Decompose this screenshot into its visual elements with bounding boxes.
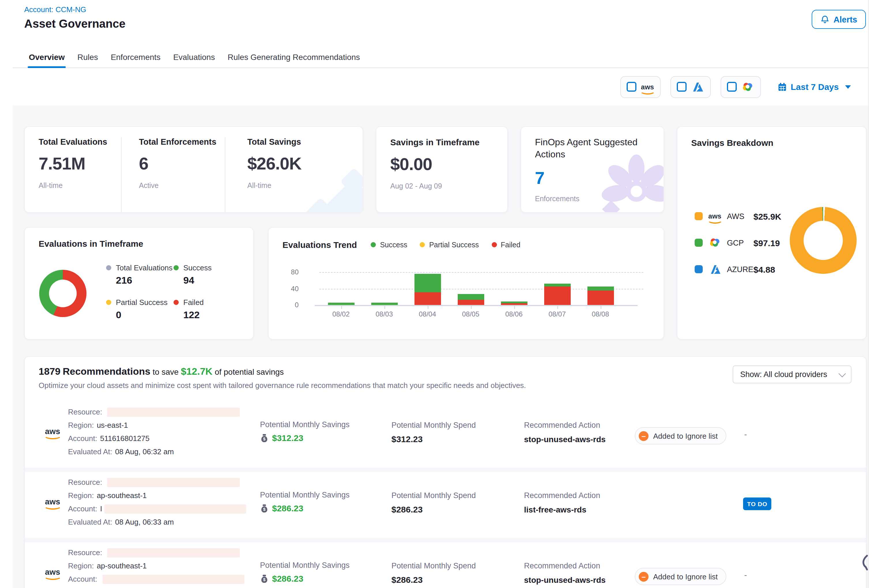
x-axis-labels: 08/0208/0308/0408/0508/0608/0708/08 (320, 310, 622, 318)
x-axis-label: 08/02 (320, 310, 363, 318)
evaluations-timeframe-card: Evaluations in Timeframe Total Evaluatio… (24, 227, 254, 339)
legend-item-total: Total Evaluations 216 (106, 264, 174, 286)
evaluated-label: Evaluated At: (68, 518, 112, 526)
tab-evaluations[interactable]: Evaluations (167, 46, 221, 68)
recommendation-row[interactable]: aws Resource: Region:ap-southeast-1 Acco… (25, 543, 866, 588)
evaluated-value: 08 Aug, 06:32 am (115, 447, 174, 456)
account-label: Account: (68, 434, 97, 443)
potential-monthly-savings: Potential Monthly Savings $ $286.23 (260, 561, 350, 584)
redacted-account (104, 504, 246, 513)
added-to-ignore-list-pill[interactable]: – Added to Ignore list (635, 427, 726, 444)
legend-item-failed: Failed 122 (174, 298, 241, 321)
added-to-ignore-list-pill[interactable]: – Added to Ignore list (635, 568, 726, 585)
legend-value: 94 (183, 275, 241, 286)
bar-segment-success (458, 294, 484, 300)
total-enforcements-stat: Total Enforcements 6 Active (122, 137, 225, 212)
bell-icon (820, 15, 830, 24)
stat-title: Total Savings (247, 137, 363, 146)
recommendations-header: 1879 Recommendations to save $12.7K of p… (25, 357, 866, 402)
gcp-checkbox[interactable] (727, 82, 737, 92)
column-header: Potential Monthly Spend (392, 561, 476, 570)
trend-bar-group (492, 257, 536, 305)
savings-value: $286.23 (272, 503, 303, 513)
partial-dot (420, 242, 425, 247)
recommended-action: Recommended Action stop-unused-aws-rds (524, 561, 606, 585)
stat-title: Total Evaluations (39, 137, 121, 146)
savings-value: $312.23 (272, 433, 303, 443)
card-title: Evaluations in Timeframe (39, 238, 253, 249)
cloud-provider-filter-select[interactable]: Show: All cloud providers (733, 366, 852, 383)
region-label: Region: (68, 491, 94, 500)
evaluated-value: 08 Aug, 06:33 am (115, 518, 174, 526)
tab-rules-generating-recommendations[interactable]: Rules Generating Recommendations (221, 46, 366, 68)
gcp-swatch (694, 238, 703, 247)
recommendation-row[interactable]: aws Resource: Region:ap-southeast-1 Acco… (25, 472, 866, 538)
stat-value: $0.00 (390, 154, 507, 174)
column-header: Recommended Action (524, 491, 600, 500)
recommended-action: Recommended Action stop-unused-aws-rds (524, 421, 606, 444)
aws-logo-icon: aws (641, 83, 654, 90)
y-axis-tick-80: 80 (279, 268, 298, 276)
potential-monthly-spend: Potential Monthly Spend $312.23 (392, 421, 476, 444)
trend-bar-group (363, 257, 406, 305)
trend-bar-group (406, 257, 449, 305)
legend-label: Failed (183, 298, 204, 307)
gcp-filter-chip[interactable] (720, 76, 760, 98)
legend-label: AWS (727, 212, 753, 220)
recommendation-row[interactable]: aws Resource: Region:us-east-1 Account:5… (25, 402, 866, 468)
trailing-dash: - (744, 429, 747, 439)
recommendations-count: 1879 (39, 366, 60, 377)
azure-logo-icon (709, 263, 721, 275)
bar-segment-failed (414, 292, 441, 305)
aws-filter-chip[interactable]: aws (620, 76, 660, 98)
edge-widget-partial-icon[interactable] (861, 555, 869, 576)
svg-text:$: $ (263, 577, 266, 582)
caret-down-icon (845, 85, 851, 88)
tab-rules[interactable]: Rules (71, 46, 105, 68)
legend-item-failed: Failed (492, 241, 520, 249)
legend-label: Partial Success (429, 241, 479, 249)
row-separator (25, 538, 866, 543)
potential-monthly-savings: Potential Monthly Savings $ $312.23 (260, 420, 350, 443)
bar-segment-success (371, 303, 398, 305)
account-breadcrumb[interactable]: Account: CCM-NG (24, 5, 86, 14)
stat-title: Total Enforcements (139, 137, 225, 146)
account-value: I (100, 504, 102, 513)
finops-agent-card: FinOps Agent Suggested Actions 7 Enforce… (520, 126, 664, 213)
aws-checkbox[interactable] (627, 82, 636, 92)
failed-dot (174, 300, 179, 305)
evaluations-legend: Total Evaluations 216 Success 94 Partial… (106, 264, 241, 321)
legend-value: $4.88 (753, 264, 775, 274)
bar-segment-failed (544, 286, 570, 305)
stat-value: $26.0K (247, 154, 363, 174)
recommendations-subtitle: Optimize your cloud assets and minimize … (39, 381, 526, 390)
chevron-down-icon (838, 370, 846, 377)
bar-segment-success (328, 303, 354, 305)
top-bar: Account: CCM-NG Asset Governance Alerts (13, 0, 868, 46)
total-evaluations-stat: Total Evaluations 7.51M All-time (25, 137, 122, 212)
card-title: Savings in Timeframe (390, 137, 507, 147)
redacted-resource (108, 407, 240, 417)
alerts-button[interactable]: Alerts (812, 10, 866, 29)
card-title: Savings Breakdown (691, 138, 866, 148)
azure-filter-chip[interactable] (670, 76, 711, 98)
overview-content: Total Evaluations 7.51M All-time Total E… (13, 105, 868, 588)
main-panel: Account: CCM-NG Asset Governance Alerts … (13, 0, 869, 588)
y-axis-tick-0: 0 (279, 301, 298, 309)
legend-label: Failed (501, 241, 520, 249)
tab-overview[interactable]: Overview (22, 46, 71, 68)
recommendations-word: Recommendations (63, 366, 150, 377)
stat-subtitle: All-time (39, 182, 121, 190)
gcp-logo-icon (708, 236, 721, 249)
azure-checkbox[interactable] (677, 82, 687, 92)
tab-enforcements[interactable]: Enforcements (104, 46, 167, 68)
legend-label: Total Evaluations (116, 264, 172, 272)
legend-value: $25.9K (753, 211, 782, 221)
potential-savings-amount: $12.7K (181, 366, 212, 377)
status-label: Added to Ignore list (653, 432, 718, 440)
x-axis-line (315, 305, 638, 306)
alerts-button-label: Alerts (834, 15, 857, 24)
date-range-selector[interactable]: Last 7 Days (777, 82, 851, 92)
region-value: ap-southeast-1 (97, 561, 147, 570)
bar-segment-success (544, 284, 570, 286)
